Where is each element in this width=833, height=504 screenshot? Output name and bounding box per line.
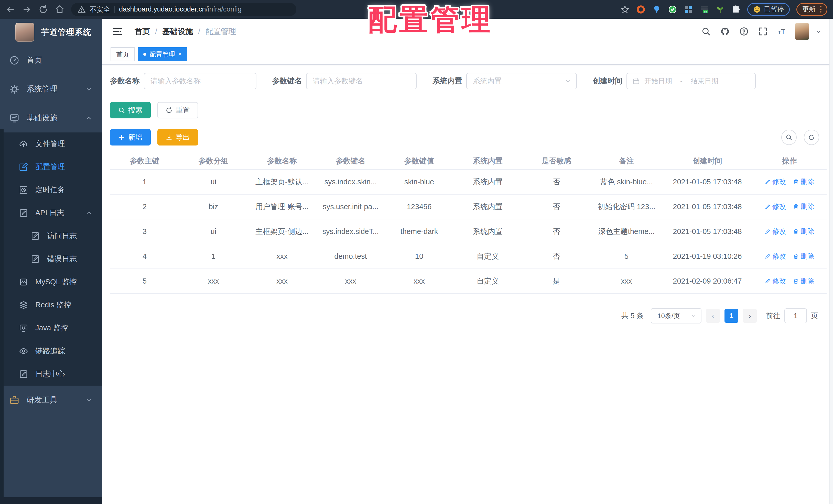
sidebar-item-config[interactable]: 配置管理 — [0, 155, 102, 178]
export-button[interactable]: 导出 — [158, 129, 198, 146]
back-icon[interactable] — [6, 5, 15, 14]
pagination: 共 5 条 10条/页 ‹ 1 › 前往 页 — [110, 308, 818, 324]
sidebar-item-trace[interactable]: 链路追踪 — [0, 339, 102, 362]
caret-down-icon[interactable] — [815, 28, 822, 35]
hamburger-icon[interactable] — [112, 26, 123, 37]
table-row: 41 xxxdemo.test 10自定义 否5 2021-01-19 03:1… — [110, 244, 827, 269]
avatar[interactable] — [795, 23, 809, 40]
prev-page-button[interactable]: ‹ — [706, 309, 720, 323]
edit-link[interactable]: 修改 — [765, 276, 786, 286]
sidebar-item-devtools[interactable]: 研发工具 — [0, 386, 102, 414]
sidebar-item-log-center[interactable]: 日志中心 — [0, 362, 102, 386]
builtin-select[interactable]: 系统内置 — [466, 73, 577, 89]
col-remark: 备注 — [591, 153, 662, 170]
extension-orange-icon[interactable] — [636, 5, 645, 14]
table-header-row: 参数主键 参数分组 参数名称 参数键名 参数键值 系统内置 是否敏感 备注 创建… — [110, 153, 827, 170]
dashboard-icon — [9, 55, 20, 66]
help-icon[interactable] — [739, 27, 748, 36]
edit-link[interactable]: 修改 — [765, 177, 786, 186]
current-page[interactable]: 1 — [724, 309, 738, 323]
sidebar-item-home[interactable]: 首页 — [0, 46, 102, 75]
chevron-up-icon — [86, 115, 92, 122]
github-icon[interactable] — [720, 27, 730, 36]
paused-extension-button[interactable]: 已暂停 — [747, 3, 790, 16]
address-bar[interactable]: 不安全 dashboard.yudao.iocoder.cn/infra/con… — [71, 3, 296, 16]
sidebar-item-api-log[interactable]: API 日志 — [0, 201, 102, 225]
sidebar-item-mysql[interactable]: MySQL 监控 — [0, 271, 102, 294]
param-key-input[interactable] — [306, 73, 416, 89]
scrollbar-track[interactable] — [829, 19, 833, 504]
extension-puzzle-icon[interactable] — [731, 5, 741, 14]
page-size-select[interactable]: 10条/页 — [651, 308, 701, 324]
sidebar-item-java[interactable]: Java 监控 — [0, 317, 102, 339]
sidebar-item-file[interactable]: 文件管理 — [0, 132, 102, 155]
database-icon — [19, 277, 28, 287]
app-title: 芋道管理系统 — [41, 27, 92, 37]
trash-icon — [793, 278, 799, 284]
page-content: 参数名称 参数键名 系统内置 系统内置 创建时间 — [102, 65, 833, 324]
tab-home[interactable]: 首页 — [111, 47, 135, 61]
breadcrumb-home[interactable]: 首页 — [135, 26, 150, 37]
breadcrumb: 首页 / 基础设施 / 配置管理 — [135, 26, 236, 37]
sidebar: 芋道管理系统 首页 系统管理 基础设施 文件管理 — [0, 19, 102, 504]
bookmark-star-icon[interactable] — [620, 5, 629, 14]
download-icon — [166, 134, 172, 141]
col-sensitive: 是否敏感 — [522, 153, 591, 170]
extension-grid-icon[interactable] — [684, 5, 693, 14]
close-tab-icon[interactable]: × — [178, 51, 182, 57]
edit-link[interactable]: 修改 — [765, 202, 786, 211]
tab-bar: 首页 配置管理 × — [102, 44, 833, 65]
delete-link[interactable]: 删除 — [793, 227, 814, 236]
svg-text:T: T — [778, 30, 781, 35]
active-tab-dot — [143, 53, 146, 56]
forward-icon[interactable] — [22, 5, 32, 14]
add-button[interactable]: 新增 — [110, 129, 151, 146]
sidebar-scroll-gutter — [0, 129, 4, 504]
edit-link[interactable]: 修改 — [765, 227, 786, 236]
sidebar-item-error-log[interactable]: 错误日志 — [0, 248, 102, 271]
search-icon[interactable] — [701, 27, 711, 36]
java-monitor-icon — [19, 324, 28, 333]
delete-link[interactable]: 删除 — [793, 177, 814, 186]
reload-icon[interactable] — [39, 5, 48, 14]
delete-link[interactable]: 删除 — [793, 202, 814, 211]
sidebar-item-system[interactable]: 系统管理 — [0, 75, 102, 104]
edit-link[interactable]: 修改 — [765, 252, 786, 261]
extension-on-badge-icon[interactable]: on — [700, 5, 709, 14]
security-label: 不安全 — [90, 5, 110, 14]
reset-button[interactable]: 重置 — [158, 102, 198, 118]
extension-check-icon[interactable] — [668, 5, 677, 14]
log-edit-icon — [31, 254, 40, 263]
delete-link[interactable]: 删除 — [793, 252, 814, 261]
date-end-placeholder: 结束日期 — [691, 76, 718, 86]
svg-text:on: on — [704, 10, 707, 13]
home-icon[interactable] — [55, 5, 65, 14]
form-actions: 搜索 重置 — [110, 102, 823, 118]
search-button[interactable]: 搜索 — [110, 102, 151, 118]
extension-pin-icon[interactable] — [652, 5, 661, 14]
extension-plant-icon[interactable] — [716, 5, 725, 14]
trash-icon — [793, 179, 799, 185]
tab-config[interactable]: 配置管理 × — [138, 47, 187, 61]
param-name-label: 参数名称 — [110, 76, 140, 86]
col-key: 参数键名 — [316, 153, 385, 170]
fullscreen-icon[interactable] — [758, 27, 767, 36]
refresh-table-button[interactable] — [804, 130, 819, 145]
font-size-icon[interactable]: TT — [777, 27, 786, 36]
breadcrumb-infra[interactable]: 基础设施 — [162, 26, 193, 37]
pencil-icon — [765, 278, 771, 284]
paused-label: 已暂停 — [764, 5, 784, 14]
sidebar-item-redis[interactable]: Redis 监控 — [0, 294, 102, 317]
sidebar-item-access-log[interactable]: 访问日志 — [0, 225, 102, 248]
next-page-button[interactable]: › — [743, 309, 757, 323]
browser-update-button[interactable]: 更新 — [796, 3, 827, 16]
goto-page-input[interactable] — [784, 308, 807, 323]
pencil-icon — [765, 253, 771, 259]
param-name-input[interactable] — [144, 73, 257, 89]
date-range-picker[interactable]: 开始日期 - 结束日期 — [626, 73, 756, 89]
sidebar-item-job[interactable]: 定时任务 — [0, 178, 102, 201]
toggle-search-button[interactable] — [781, 130, 797, 145]
update-label: 更新 — [802, 5, 816, 14]
delete-link[interactable]: 删除 — [793, 276, 814, 286]
sidebar-item-infra[interactable]: 基础设施 — [0, 104, 102, 132]
